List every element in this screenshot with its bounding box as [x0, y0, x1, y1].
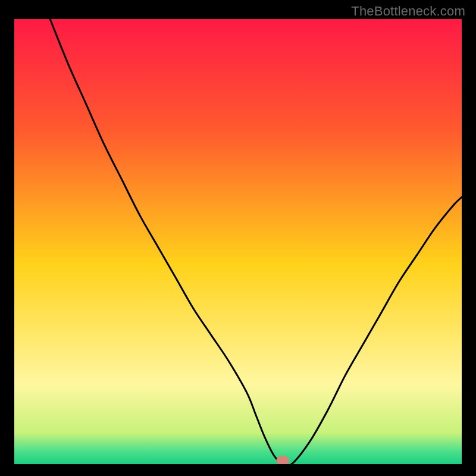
watermark-text: TheBottleneck.com [351, 4, 465, 19]
chart-frame: TheBottleneck.com [0, 0, 476, 476]
chart-svg [14, 19, 462, 464]
chart-background-gradient [14, 19, 462, 464]
chart-plot-area [14, 19, 462, 464]
